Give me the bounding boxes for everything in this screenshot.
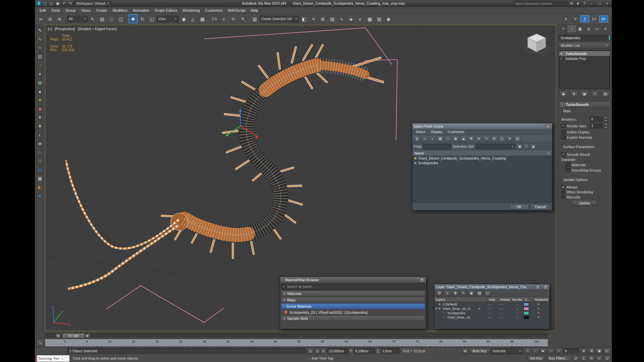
teapot-tool-icon[interactable]: ◔ bbox=[36, 61, 44, 69]
restrict-xy-button[interactable]: XY bbox=[590, 15, 599, 22]
scene-material-item[interactable]: Scolopendra_03 ( VRayFastSSS2 ) [Scolope… bbox=[281, 310, 425, 315]
add-tool-icon[interactable]: ✚ bbox=[36, 122, 44, 130]
time-slider-handle[interactable]: 0 / 100 bbox=[62, 333, 85, 339]
object-color-swatch[interactable] bbox=[608, 35, 610, 41]
time-slider-track[interactable] bbox=[46, 334, 547, 337]
set-key-button[interactable]: Set Key bbox=[527, 356, 545, 361]
absolute-offset-toggle[interactable]: ⇄ bbox=[573, 355, 579, 361]
render-toggle[interactable]: ▫ bbox=[511, 307, 524, 310]
display-groups-icon[interactable]: ⊞ bbox=[491, 135, 498, 142]
render-toggle[interactable]: ▫ bbox=[511, 311, 524, 315]
column-header[interactable]: Layers bbox=[434, 298, 487, 301]
go-to-end-button[interactable]: » bbox=[555, 348, 562, 354]
menu-item[interactable]: Graph Editors bbox=[152, 8, 180, 13]
restrict-y-button[interactable]: Y bbox=[571, 15, 580, 22]
update-button[interactable]: Update bbox=[572, 200, 597, 206]
expander-icon[interactable]: ⊞ bbox=[434, 307, 438, 310]
select-link-icon[interactable]: ∞ bbox=[36, 14, 45, 23]
help-icon[interactable]: ? bbox=[581, 1, 587, 6]
freeze-toggle[interactable]: ---- bbox=[499, 311, 511, 315]
select-manipulate-icon[interactable]: ◬ bbox=[189, 14, 198, 23]
radiosity-icon[interactable]: ☀ bbox=[534, 316, 549, 319]
pencil-tool-icon[interactable]: ✎ bbox=[36, 26, 44, 34]
panel-tool-icon[interactable]: ▤ bbox=[36, 52, 44, 60]
schematic-view-icon[interactable]: ◈ bbox=[346, 14, 356, 23]
named-selection-sets-icon[interactable]: ▥ bbox=[250, 14, 259, 23]
column-header[interactable]: Radiosity bbox=[534, 298, 549, 301]
iterations-field[interactable]: 0 bbox=[590, 117, 603, 122]
select-layer-button[interactable]: ↖ bbox=[460, 290, 467, 296]
modifier-list-dropdown[interactable]: Modifier List▼ bbox=[559, 42, 610, 49]
time-slider[interactable]: ◀ 0 / 100 ▶ bbox=[45, 333, 548, 339]
display-shapes-icon[interactable]: ◇ bbox=[444, 135, 451, 142]
hide-layer-button[interactable]: ▨ bbox=[476, 290, 483, 296]
mouse-mode-icon[interactable]: ↹ bbox=[462, 348, 468, 354]
x-coordinate-input[interactable] bbox=[328, 349, 347, 353]
close-icon[interactable]: × bbox=[419, 278, 425, 282]
dialog-menu-item[interactable]: Select bbox=[413, 130, 428, 134]
display-cameras-icon[interactable]: ◙ bbox=[460, 135, 467, 142]
box-tool-icon[interactable]: ■ bbox=[36, 192, 44, 200]
cone-tool-icon[interactable]: ▼ bbox=[36, 113, 44, 121]
make-unique-button[interactable]: ▣ bbox=[581, 90, 589, 97]
select-move-icon[interactable]: ✚ bbox=[128, 14, 138, 23]
modifier-stack-row[interactable]: ●TurboSmooth bbox=[559, 51, 610, 56]
light-tool-icon[interactable]: ☀ bbox=[36, 96, 44, 104]
menu-item[interactable]: Rendering bbox=[180, 8, 203, 13]
current-frame-input[interactable] bbox=[565, 349, 578, 353]
maximize-button[interactable]: ▢ bbox=[596, 1, 603, 6]
selection-filter-dropdown[interactable]: All▼ bbox=[67, 16, 88, 22]
smooth-result-checkbox[interactable] bbox=[561, 152, 566, 157]
column-header[interactable]: C... bbox=[524, 298, 534, 301]
next-frame-arrow[interactable]: ▶ bbox=[85, 334, 90, 338]
add-to-layer-button[interactable]: ✚ bbox=[452, 290, 459, 296]
add-time-tag[interactable]: ◔ Add Time Tag bbox=[308, 356, 333, 360]
display-none-icon[interactable]: ○ bbox=[421, 135, 428, 142]
restrict-x-button[interactable]: X bbox=[561, 15, 571, 22]
freeze-toggle[interactable]: ---- bbox=[499, 302, 511, 306]
hide-toggle[interactable]: ---- bbox=[487, 302, 499, 306]
close-icon[interactable]: × bbox=[543, 285, 548, 289]
select-by-name-icon[interactable]: ▤ bbox=[98, 14, 107, 23]
redo-icon[interactable]: ↷ bbox=[67, 1, 73, 6]
layer-explorer-icon[interactable]: ≣ bbox=[318, 14, 327, 23]
keying-mode-dropdown[interactable]: Selected▼ bbox=[491, 348, 523, 354]
menu-item[interactable]: Animation bbox=[130, 8, 152, 13]
render-iters-spinner[interactable]: ▲▼ bbox=[604, 123, 608, 129]
manually-radio[interactable] bbox=[561, 195, 565, 199]
radiosity-icon[interactable]: ☀ bbox=[534, 303, 549, 306]
wave-tool-icon[interactable]: ≈ bbox=[36, 44, 44, 52]
display-lights-icon[interactable]: ◉ bbox=[452, 135, 459, 142]
named-selection-set-dropdown[interactable]: Create Selection Sel▼ bbox=[260, 16, 299, 22]
restrict-z-button[interactable]: Z bbox=[580, 15, 589, 22]
pan-icon[interactable]: ⇆ bbox=[588, 355, 595, 361]
minimize-button[interactable]: – bbox=[588, 1, 595, 6]
display-helpers-icon[interactable]: ✚ bbox=[468, 135, 475, 142]
render-production-icon[interactable]: ◙ bbox=[384, 14, 393, 23]
remove-modifier-button[interactable]: × bbox=[591, 90, 599, 97]
zoom-region-icon[interactable]: ◱ bbox=[603, 348, 610, 354]
layer-color-swatch[interactable] bbox=[524, 311, 534, 315]
when-rendering-radio[interactable] bbox=[561, 190, 565, 194]
material-search-input[interactable] bbox=[286, 285, 424, 289]
use-pivot-center-icon[interactable]: ◉ bbox=[179, 14, 188, 23]
column-header[interactable]: Render bbox=[511, 298, 524, 301]
mirror-icon[interactable]: ◧ bbox=[300, 14, 309, 23]
workspace-dropdown[interactable]: Workspace: Default ▼ bbox=[74, 1, 111, 6]
display-bones-icon[interactable]: ∿ bbox=[483, 135, 490, 142]
column-chooser-icon[interactable]: ▤ bbox=[514, 135, 521, 142]
configure-sets-button[interactable]: ▤ bbox=[601, 90, 609, 97]
freeze-toggle[interactable]: ---- bbox=[499, 307, 511, 310]
previous-frame-button[interactable]: ‹ bbox=[532, 348, 539, 354]
reference-coordinate-dropdown[interactable]: View▼ bbox=[157, 16, 179, 22]
curve-editor-icon[interactable]: ∿ bbox=[337, 14, 346, 23]
sort-icon[interactable]: ▾ bbox=[506, 135, 513, 142]
save-file-icon[interactable]: ▣ bbox=[55, 1, 61, 6]
layer-row[interactable]: ○ Scolopendra ---- ---- ▫ ☀ bbox=[434, 311, 549, 315]
contrast-tool-icon[interactable]: ◐ bbox=[36, 131, 44, 139]
angle-snap-icon[interactable]: ∠ bbox=[219, 14, 228, 23]
zoom-all-icon[interactable]: ⊞ bbox=[588, 348, 595, 354]
hide-toggle[interactable]: ---- bbox=[487, 311, 499, 315]
close-button[interactable]: × bbox=[604, 1, 610, 6]
render-setup-icon[interactable]: ▦ bbox=[365, 14, 374, 23]
